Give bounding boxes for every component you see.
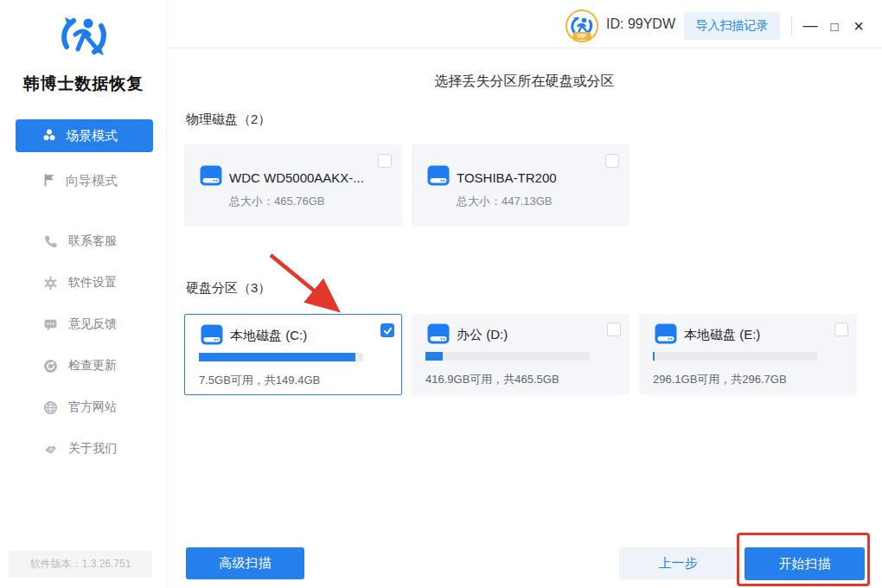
sidebar-item-about-us[interactable]: 关于我们	[43, 440, 117, 457]
app-logo-icon	[49, 9, 118, 64]
physical-disks-section-label: 物理磁盘（2）	[186, 112, 271, 128]
sidebar-item-scene-mode[interactable]: 场景模式	[16, 119, 153, 152]
app-window: 韩博士数据恢复 场景模式 向导模式 联系客服	[0, 0, 882, 588]
scene-mode-icon	[42, 128, 56, 144]
vip-avatar[interactable]: VIP	[566, 10, 598, 42]
sidebar-item-label: 关于我们	[68, 441, 117, 457]
usage-bar	[425, 352, 590, 361]
minimize-button[interactable]: —	[801, 16, 820, 36]
partition-card-c[interactable]: 本地磁盘 (C:) 7.5GB可用，共149.4GB	[184, 314, 402, 395]
physical-disk-card-wdc[interactable]: WDC WD5000AAKX-... 总大小：465.76GB	[184, 144, 402, 227]
phone-icon	[43, 234, 58, 249]
sidebar-item-contact-support[interactable]: 联系客服	[43, 233, 117, 250]
disk-icon	[427, 164, 450, 187]
sidebar-item-label: 场景模式	[66, 128, 118, 144]
sidebar-item-feedback[interactable]: 意见反馈	[43, 316, 117, 333]
gear-icon	[43, 276, 58, 291]
header-divider-bar	[791, 16, 792, 35]
partition-card-e[interactable]: 本地磁盘 (E:) 296.1GB可用，共296.7GB	[639, 314, 857, 395]
import-scan-records-button[interactable]: 导入扫描记录	[684, 12, 780, 40]
about-icon	[43, 442, 58, 457]
update-icon	[43, 359, 58, 374]
sidebar-item-label: 联系客服	[68, 233, 117, 249]
advanced-scan-button[interactable]: 高级扫描	[186, 547, 304, 579]
sidebar: 韩博士数据恢复 场景模式 向导模式 联系客服	[0, 0, 167, 588]
usage-bar	[199, 353, 363, 361]
header-divider	[168, 48, 882, 48]
sidebar-item-label: 官方网站	[68, 399, 117, 415]
sidebar-item-settings[interactable]: 软件设置	[43, 274, 117, 291]
sidebar-item-label: 向导模式	[66, 173, 118, 189]
disk-name: WDC WD5000AAKX-...	[229, 170, 364, 185]
checkbox[interactable]	[834, 323, 848, 336]
feedback-icon	[43, 317, 58, 332]
disk-usage-info: 296.1GB可用，共296.7GB	[653, 372, 787, 387]
checkbox[interactable]	[605, 154, 619, 168]
close-button[interactable]: ×	[849, 16, 868, 36]
sidebar-item-official-website[interactable]: 官方网站	[43, 399, 117, 416]
checkbox[interactable]	[378, 154, 392, 168]
start-scan-button[interactable]: 开始扫描	[745, 547, 865, 580]
disk-icon	[201, 323, 223, 346]
annotation-arrow	[262, 251, 348, 320]
usage-bar	[653, 352, 817, 361]
disk-name: 办公 (D:)	[457, 327, 508, 343]
maximize-button[interactable]: □	[825, 16, 844, 36]
sidebar-item-check-updates[interactable]: 检查更新	[43, 357, 117, 374]
vip-badge: VIP	[577, 33, 587, 39]
disk-icon	[655, 323, 677, 345]
sidebar-item-label: 意见反馈	[68, 316, 117, 332]
partitions-section-label: 硬盘分区（3）	[186, 280, 271, 297]
user-id: ID: 99YDW	[606, 16, 675, 32]
partition-card-d[interactable]: 办公 (D:) 416.9GB可用，共465.5GB	[412, 314, 630, 395]
disk-name: TOSHIBA-TR200	[457, 170, 557, 185]
disk-icon	[200, 164, 222, 187]
app-title: 韩博士数据恢复	[0, 73, 167, 95]
disk-size: 总大小：447.13GB	[457, 194, 553, 209]
disk-size: 总大小：465.76GB	[229, 194, 325, 209]
page-title: 选择丢失分区所在硬盘或分区	[167, 73, 882, 91]
physical-disk-card-toshiba[interactable]: TOSHIBA-TR200 总大小：447.13GB	[412, 144, 630, 227]
globe-icon	[43, 400, 58, 415]
sidebar-item-label: 检查更新	[68, 358, 117, 374]
previous-step-button[interactable]: 上一步	[619, 547, 737, 579]
disk-name: 本地磁盘 (E:)	[684, 327, 760, 343]
checkbox[interactable]	[607, 323, 621, 336]
disk-icon	[427, 323, 450, 345]
app-version: 软件版本：1.3.26.751	[9, 551, 152, 578]
wizard-flag-icon	[42, 173, 56, 189]
disk-usage-info: 7.5GB可用，共149.4GB	[199, 373, 320, 388]
sidebar-item-wizard-mode[interactable]: 向导模式	[16, 164, 153, 197]
sidebar-item-label: 软件设置	[68, 275, 117, 291]
checkbox[interactable]	[380, 323, 394, 337]
disk-name: 本地磁盘 (C:)	[230, 328, 307, 344]
disk-usage-info: 416.9GB可用，共465.5GB	[425, 372, 559, 387]
